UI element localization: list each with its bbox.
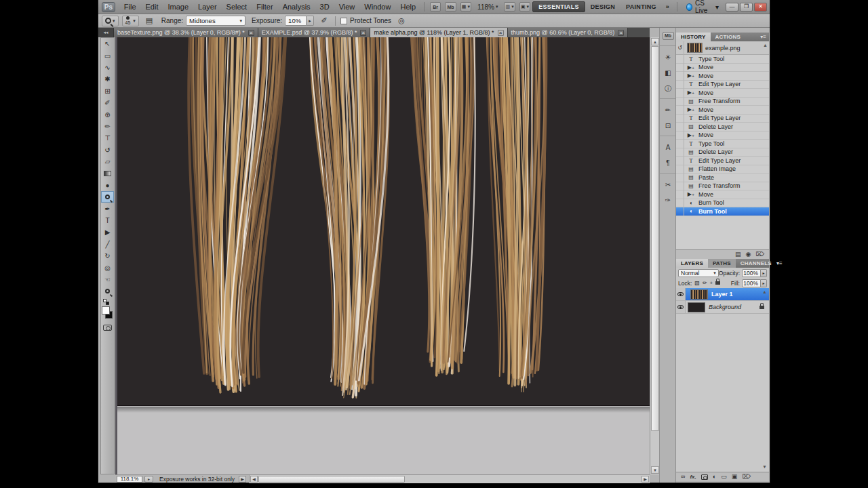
dock-clone-source-icon[interactable]: ⊡ — [660, 118, 676, 134]
dock-paragraph-icon[interactable]: ¶ — [660, 155, 676, 171]
lock-pixels-icon[interactable]: ✏ — [703, 280, 707, 286]
tool-3d-camera[interactable]: ◎ — [101, 262, 114, 273]
history-source-checkbox[interactable] — [676, 63, 684, 72]
layer-style-button[interactable]: fx. — [690, 474, 696, 480]
tool-pen[interactable]: ✒ — [101, 203, 114, 214]
document-image[interactable] — [117, 37, 650, 406]
document-tab-4[interactable]: thumb.png @ 60.6% (Layer 0, RGB/8)× — [508, 28, 629, 37]
document-tab-2[interactable]: EXAMPLE.psd @ 37.9% (RGB/8) *× — [258, 28, 371, 37]
history-source-checkbox[interactable] — [676, 174, 684, 182]
close-tab-icon[interactable]: × — [618, 30, 624, 36]
tool-crop[interactable]: ⊞ — [101, 85, 114, 97]
delete-state-button[interactable]: ⌦ — [755, 251, 764, 258]
menu-window[interactable]: Window — [359, 0, 395, 14]
panel-menu-icon[interactable]: ▾≡ — [760, 33, 769, 41]
layers-scroll-down-icon[interactable]: ▼ — [762, 464, 767, 469]
history-source-checkbox[interactable] — [676, 114, 684, 123]
history-item-4[interactable]: TEdit Type Layer — [676, 81, 769, 89]
adjustment-layer-button[interactable]: ◐ — [713, 474, 716, 480]
tool-eyedropper[interactable]: ✐ — [101, 97, 114, 108]
history-source-checkbox[interactable] — [676, 131, 684, 140]
scroll-down-arrow[interactable]: ▼ — [651, 466, 659, 474]
workspace-essentials[interactable]: ESSENTIALS — [532, 1, 585, 12]
scroll-left-arrow[interactable]: ◀ — [250, 476, 258, 483]
history-source-checkbox[interactable] — [676, 148, 684, 157]
tool-move[interactable]: ↖ — [101, 38, 114, 49]
history-source-checkbox[interactable] — [676, 55, 684, 64]
menu-select[interactable]: Select — [222, 0, 252, 14]
history-source-checkbox[interactable] — [676, 123, 684, 131]
tab-paths[interactable]: PATHS — [708, 259, 736, 268]
tab-actions[interactable]: ACTIONS — [711, 33, 745, 41]
history-snapshot-row[interactable]: ↺ example.png ▲ — [676, 41, 769, 55]
status-options-arrow[interactable]: ▶ — [239, 476, 246, 483]
vertical-scroll-thumb[interactable] — [651, 46, 659, 431]
exposure-spinner[interactable]: ▸ — [307, 16, 314, 26]
tool-path-selection[interactable]: ▶ — [101, 226, 114, 238]
history-item-18[interactable]: ◖Burn Tool — [676, 199, 769, 208]
close-tab-icon[interactable]: × — [498, 30, 504, 36]
tool-preset-picker[interactable]: ▾ — [102, 16, 119, 26]
dock-brush-panel-icon[interactable]: ✏ — [660, 102, 676, 118]
dock-adjustments-icon[interactable]: ☀ — [660, 49, 676, 65]
history-item-6[interactable]: ▤Free Transform — [676, 98, 769, 106]
tool-zoom[interactable] — [101, 285, 114, 297]
document-tab-3[interactable]: make alpha.png @ 118% (Layer 1, RGB/8) *… — [370, 28, 507, 37]
tool-hand[interactable]: ☜ — [101, 274, 114, 285]
view-extras-button[interactable]: ▦▾ — [460, 2, 471, 12]
tool-quick-select[interactable]: ✱ — [101, 73, 114, 85]
history-item-16[interactable]: ▤Free Transform — [676, 182, 769, 191]
history-item-1[interactable]: TType Tool — [676, 55, 769, 64]
history-source-checkbox[interactable] — [676, 182, 684, 190]
tool-clone-stamp[interactable]: ⊤ — [101, 132, 114, 144]
history-item-19[interactable]: ◖Burn Tool — [676, 207, 769, 216]
foreground-color-swatch[interactable] — [102, 306, 110, 314]
blend-mode-select[interactable]: Normal▾ — [678, 269, 719, 277]
menu-layer[interactable]: Layer — [193, 0, 222, 14]
tab-channels[interactable]: CHANNELS — [736, 259, 776, 268]
lock-transparency-icon[interactable]: ▧ — [694, 280, 700, 286]
panel-menu-icon[interactable]: ▾≡ — [776, 259, 785, 268]
menu-file[interactable]: File — [119, 0, 141, 14]
menu-image[interactable]: Image — [163, 0, 193, 14]
history-item-11[interactable]: TType Tool — [676, 140, 769, 148]
menu-view[interactable]: View — [334, 0, 360, 14]
history-item-2[interactable]: ▶₊Move — [676, 64, 769, 73]
history-source-checkbox[interactable] — [676, 72, 684, 81]
history-item-9[interactable]: ▤Delete Layer — [676, 123, 769, 131]
menu-3d[interactable]: 3D — [315, 0, 334, 14]
lock-position-icon[interactable]: + — [710, 280, 713, 286]
add-layer-mask-button[interactable] — [701, 474, 708, 480]
document-tab-1[interactable]: baseTexture.png @ 38.3% (Layer 0, RGB/8#… — [114, 28, 258, 37]
vertical-scrollbar[interactable]: ▲ ▼ — [650, 37, 659, 474]
dock-mini-bridge-icon[interactable]: Mb — [660, 28, 676, 43]
tool-spot-healing[interactable]: ⊕ — [101, 108, 114, 120]
zoom-level-dropdown[interactable]: 118%▾ — [477, 3, 498, 11]
arrange-documents-button[interactable]: ▥▾ — [504, 2, 515, 12]
history-source-checkbox[interactable] — [676, 199, 684, 207]
screen-mode-button[interactable]: ▣▾ — [519, 2, 530, 12]
tool-gradient[interactable] — [101, 167, 114, 179]
new-snapshot-button[interactable]: ◉ — [745, 251, 751, 258]
minimize-button[interactable]: — — [726, 3, 738, 12]
history-source-checkbox[interactable] — [676, 165, 684, 174]
history-item-17[interactable]: ▶₊Move — [676, 190, 769, 199]
history-item-14[interactable]: ▤Flatten Image — [676, 165, 769, 174]
new-document-from-state-button[interactable]: ▤ — [735, 251, 741, 258]
visibility-toggle[interactable] — [676, 288, 686, 300]
link-layers-button[interactable]: ∞ — [681, 474, 685, 480]
history-item-3[interactable]: ▶₊Move — [676, 72, 769, 81]
history-item-13[interactable]: TEdit Type Layer — [676, 157, 769, 165]
history-item-15[interactable]: ▤Paste — [676, 174, 769, 182]
history-source-checkbox[interactable] — [676, 190, 684, 199]
foreground-background-swatches[interactable] — [101, 306, 114, 321]
horizontal-scrollbar[interactable]: ◀ ▶ — [249, 475, 650, 483]
horizontal-scroll-thumb[interactable] — [258, 476, 405, 483]
menu-analysis[interactable]: Analysis — [278, 0, 315, 14]
tab-layers[interactable]: LAYERS — [676, 259, 708, 268]
workspace-design[interactable]: DESIGN — [585, 2, 620, 12]
visibility-toggle[interactable] — [676, 301, 686, 313]
workspace-overflow-button[interactable]: » — [662, 3, 673, 10]
history-item-5[interactable]: ▶₊Move — [676, 89, 769, 98]
layers-scroll-up-icon[interactable]: ▲ — [762, 289, 767, 294]
